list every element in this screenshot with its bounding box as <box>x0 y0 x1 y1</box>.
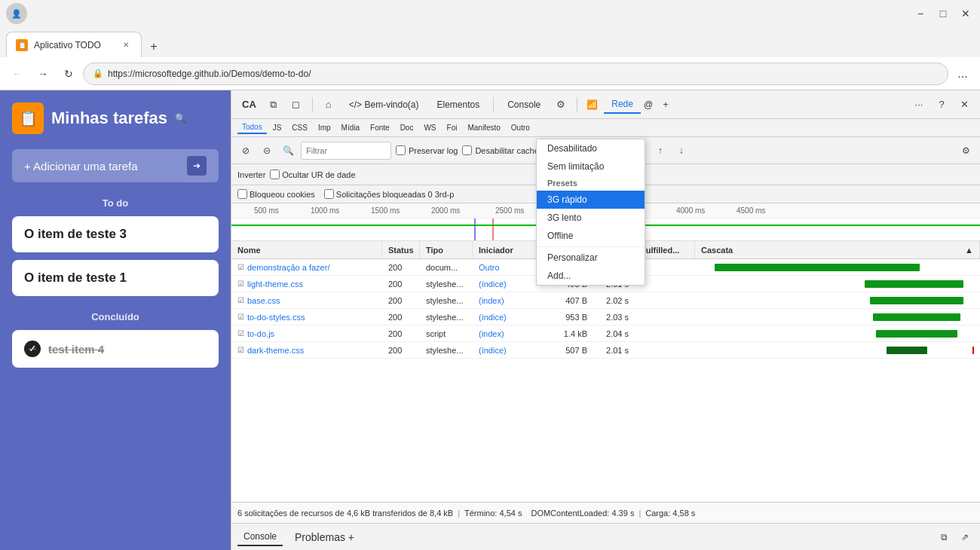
td-cascata-5 <box>695 325 980 341</box>
table-row[interactable]: ☑ base.css 200 styleshe... (index) 407 B… <box>231 292 980 309</box>
row-checkbox-1[interactable]: ☑ <box>237 263 244 271</box>
disable-cache-checkbox[interactable] <box>462 145 472 155</box>
devtools-add-icon[interactable]: + <box>656 95 675 115</box>
tab-rede[interactable]: Rede <box>604 96 641 114</box>
close-button[interactable]: ✕ <box>957 5 974 22</box>
throttle-option-3g-rapido[interactable]: 3G rápido <box>537 191 645 209</box>
title-bar: 👤 − □ ✕ <box>0 0 980 27</box>
browser-more-button[interactable]: ... <box>951 63 974 85</box>
row-checkbox-6[interactable]: ☑ <box>237 346 244 354</box>
devtools-settings-icon[interactable]: ⚙ <box>551 95 571 115</box>
throttle-option-offline[interactable]: Offline <box>537 227 645 245</box>
console-bottom-tab[interactable]: Console <box>237 528 283 546</box>
search-icon[interactable]: 🔍 <box>175 113 186 124</box>
tab-bar: 📋 Aplicativo TODO ✕ + <box>0 27 980 57</box>
filter-outro-tab[interactable]: Outro <box>507 122 534 133</box>
cascata-bar-2 <box>701 276 974 292</box>
td-tipo-5: script <box>420 325 473 341</box>
filter-midia-tab[interactable]: Mídia <box>337 122 364 133</box>
new-tab-button[interactable]: + <box>143 36 164 57</box>
upload-icon[interactable]: ↑ <box>652 142 669 159</box>
refresh-button[interactable]: ↻ <box>57 63 80 85</box>
th-cascata[interactable]: Cascata ▲ <box>695 241 980 258</box>
status-dom: DOMContentLoaded: 4.39 s <box>531 509 634 518</box>
task-item-1[interactable]: O item de teste 3 <box>12 216 219 252</box>
tab-bem-vindo-label: </> <box>349 99 365 110</box>
minimize-button[interactable]: − <box>912 5 929 22</box>
completed-task-item[interactable]: ✓ test item 4 <box>12 330 219 368</box>
tab-elementos[interactable]: Elementos <box>430 96 488 113</box>
th-nome[interactable]: Nome <box>231 241 382 258</box>
todo-header: 📋 Minhas tarefas 🔍 <box>12 102 219 134</box>
tab-bem-vindo[interactable]: </> Bem-vindo(a) <box>341 96 427 113</box>
todo-section-label: To do <box>12 197 219 209</box>
devtools-dock-icon[interactable]: ◻ <box>286 95 306 115</box>
stop-recording-icon[interactable]: ⊘ <box>237 142 254 159</box>
devtools-detach-icon[interactable]: ⧉ <box>264 95 283 115</box>
devtools-more-icon[interactable]: ··· <box>909 95 929 115</box>
problems-tab[interactable]: Problemas + <box>289 528 360 546</box>
table-row[interactable]: ☑ dark-theme.css 200 styleshe... (índice… <box>231 342 980 359</box>
maximize-button[interactable]: □ <box>935 5 951 22</box>
tab-console[interactable]: Console <box>500 96 548 113</box>
filter-all-tab[interactable]: Todos <box>237 121 267 134</box>
td-fulfilled-6 <box>635 342 695 358</box>
row-checkbox-2[interactable]: ☑ <box>237 280 244 288</box>
row-checkbox-5[interactable]: ☑ <box>237 329 244 338</box>
td-tamanho-5: 1.4 kB <box>548 325 593 341</box>
table-row[interactable]: ☑ to-do-styles.css 200 styleshe... (índi… <box>231 309 980 325</box>
add-task-button[interactable]: + Adicionar uma tarefa ➔ <box>12 149 219 182</box>
td-tipo-1: docum... <box>420 259 473 275</box>
back-button[interactable]: ← <box>6 63 29 85</box>
filter-ws-tab[interactable]: WS <box>419 122 440 133</box>
th-tipo[interactable]: Tipo <box>420 241 473 258</box>
devtools-close-icon[interactable]: ✕ <box>954 95 974 115</box>
devtools-home-icon[interactable]: ⌂ <box>319 95 338 115</box>
clear-icon[interactable]: ⊝ <box>259 142 275 159</box>
mark-2500: 2500 ms <box>495 206 524 215</box>
forward-button[interactable]: → <box>32 63 54 85</box>
td-hora-6: 2.01 s <box>593 342 635 358</box>
search-network-icon[interactable]: 🔍 <box>280 142 296 159</box>
browser-tab[interactable]: 📋 Aplicativo TODO ✕ <box>6 32 142 57</box>
throttle-option-sem-limitacao[interactable]: Sem limitação <box>537 157 645 176</box>
row-checkbox-3[interactable]: ☑ <box>237 296 244 304</box>
tab-close-button[interactable]: ✕ <box>120 39 132 51</box>
hide-url-checkbox[interactable] <box>270 170 280 179</box>
td-tipo-2: styleshe... <box>420 276 473 292</box>
url-bar[interactable]: 🔒 https://microsoftedge.github.io/Demos/… <box>83 63 948 85</box>
td-fulfilled-5 <box>635 325 695 341</box>
network-settings-icon[interactable]: ⚙ <box>957 142 974 159</box>
filter-manifesto-tab[interactable]: Manifesto <box>463 122 504 133</box>
throttle-option-desabilitado[interactable]: Desabilitado <box>537 139 645 157</box>
window-controls: − □ ✕ <box>912 5 974 22</box>
filter-js-tab[interactable]: JS <box>268 122 286 133</box>
bar-2 <box>865 280 963 288</box>
filter-imp-tab[interactable]: Imp <box>314 122 335 133</box>
td-hora-3: 2.02 s <box>593 292 635 308</box>
th-status[interactable]: Status <box>382 241 420 258</box>
table-row[interactable]: ☑ to-do.js 200 script (index) 1.4 kB 2.0… <box>231 325 980 342</box>
filter-css-tab[interactable]: CSS <box>287 122 312 133</box>
todo-app-icon: 📋 <box>12 102 44 134</box>
td-status-6: 200 <box>382 342 420 358</box>
task-item-2[interactable]: O item de teste 1 <box>12 260 219 296</box>
blocked-cookies-checkbox[interactable] <box>237 189 247 199</box>
filter-doc-tab[interactable]: Doc <box>396 122 418 133</box>
preserve-log-checkbox[interactable] <box>396 145 406 155</box>
expand-icon[interactable]: ⇗ <box>956 528 974 546</box>
filter-input[interactable] <box>301 142 391 160</box>
row-checkbox-4[interactable]: ☑ <box>237 313 244 321</box>
user-avatar[interactable]: 👤 <box>6 3 27 24</box>
filter-fonte-tab[interactable]: Fonte <box>366 122 394 133</box>
devtools-help-icon[interactable]: ? <box>932 95 951 115</box>
throttle-option-add[interactable]: Add... <box>537 267 645 285</box>
split-view-icon[interactable]: ⧉ <box>935 528 953 546</box>
throttle-dropdown: Desabilitado Sem limitação Presets 3G rá… <box>536 139 645 286</box>
throttle-option-personalizar[interactable]: Personalizar <box>537 249 645 267</box>
filter-foi-tab[interactable]: Foi <box>443 122 462 133</box>
throttle-option-3g-lento[interactable]: 3G lento <box>537 209 645 227</box>
network-filter-tabs: Todos JS CSS Imp Mídia Fonte Doc WS Foi … <box>231 119 980 137</box>
download-icon[interactable]: ↓ <box>673 142 690 159</box>
blocked-requests-checkbox[interactable] <box>324 189 334 199</box>
